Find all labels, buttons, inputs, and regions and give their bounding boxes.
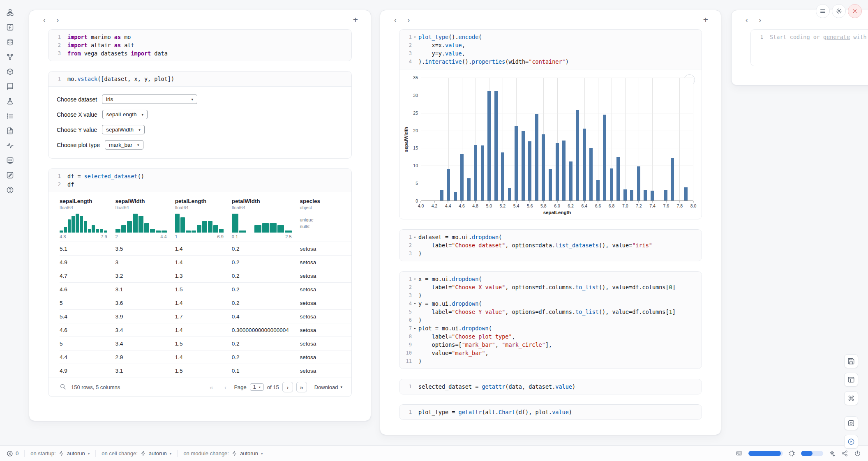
table-row[interactable]: 4.42.91.40.2setosa xyxy=(60,350,351,364)
column-header-petalWidth[interactable]: petalWidthfloat640.12.5 xyxy=(232,194,300,242)
code-editor[interactable]: 1df = selected_dataset()2df xyxy=(48,169,351,192)
column-header-sepalWidth[interactable]: sepalWidthfloat6424.4 xyxy=(115,194,175,242)
table-row[interactable]: 4.73.21.30.2setosa xyxy=(60,269,351,283)
last-page-button[interactable]: » xyxy=(296,382,307,392)
y-value-select[interactable]: sepalWidth▾ xyxy=(102,125,144,134)
line-number: 1 xyxy=(53,172,61,180)
token: "container" xyxy=(529,58,565,65)
code-editor[interactable]: 1x = mo.ui.dropdown(2 label="Choose X va… xyxy=(399,272,702,369)
code-editor[interactable]: 1import marimo as mo2import altair as al… xyxy=(48,30,351,61)
save-button[interactable] xyxy=(844,354,858,368)
code-editor[interactable]: 1dataset = mo.ui.dropdown(2 label="Choos… xyxy=(399,230,702,261)
on-startup-setting[interactable]: on startup: autorun ▾ xyxy=(30,450,90,456)
cell-plot-type[interactable]: 1plot_type = getattr(alt.Chart(df), plot… xyxy=(399,404,702,420)
column-header-species[interactable]: speciesobjectuniquenulls: xyxy=(300,194,351,242)
token: Chart xyxy=(499,409,515,415)
code-editor[interactable]: 1plot_type().encode(2 x=x.value,3 y=y.va… xyxy=(399,30,702,69)
fold-chevron-icon[interactable] xyxy=(412,301,418,307)
search-icon[interactable] xyxy=(60,383,67,391)
x-tick-label: 4.4 xyxy=(445,203,451,208)
menu-button[interactable] xyxy=(816,4,830,18)
prev-page-button[interactable]: ‹ xyxy=(220,382,231,392)
chart-plot-area[interactable] xyxy=(421,78,693,201)
first-page-button[interactable]: « xyxy=(206,382,217,392)
download-button[interactable]: Download ▾ xyxy=(314,384,342,390)
column-header-petalLength[interactable]: petalLengthfloat6416.9 xyxy=(175,194,232,242)
x-value-select[interactable]: sepalLength▾ xyxy=(102,110,148,119)
plot-type-select[interactable]: mark_bar▾ xyxy=(105,140,143,150)
code-line: 1import marimo as mo xyxy=(52,33,346,41)
token: y=y. xyxy=(418,50,445,57)
on-cell-change-setting[interactable]: on cell change: autorun ▾ xyxy=(102,450,171,456)
add-cell-button[interactable]: + xyxy=(350,14,361,25)
page-select[interactable]: 1 ▾ xyxy=(250,383,264,391)
close-panel-button[interactable] xyxy=(848,4,862,18)
code-editor[interactable]: 1plot_type = getattr(alt.Chart(df), plot… xyxy=(399,405,702,420)
table-row[interactable]: 53.41.50.2setosa xyxy=(60,337,351,350)
cpu-meter[interactable] xyxy=(801,451,823,456)
chevron-left-icon[interactable]: ‹ xyxy=(390,14,401,25)
table-cell: 5 xyxy=(60,337,115,350)
fold-chevron-icon[interactable] xyxy=(412,234,418,240)
table-row[interactable]: 53.61.40.2setosa xyxy=(60,296,351,310)
sidebar-item-scratchpad[interactable] xyxy=(3,169,16,181)
table-row[interactable]: 4.63.11.50.2setosa xyxy=(60,283,351,296)
table-row[interactable]: 5.43.91.70.4setosa xyxy=(60,310,351,323)
fold-chevron-icon[interactable] xyxy=(412,34,418,40)
table-row[interactable]: 4.931.40.2setosa xyxy=(60,256,351,269)
memory-meter[interactable] xyxy=(748,451,783,456)
cell-empty-editor[interactable]: 1 Start coding or generate with AI. xyxy=(750,29,868,66)
sidebar-item-ai-chat[interactable] xyxy=(3,154,16,166)
table-row[interactable]: 4.63.41.40.30000000000000004setosa xyxy=(60,323,351,337)
cell-chart[interactable]: 1plot_type().encode(2 x=x.value,3 y=y.va… xyxy=(399,29,702,219)
sidebar-item-documentation[interactable] xyxy=(3,81,16,92)
cell-widget-dropdowns[interactable]: 1x = mo.ui.dropdown(2 label="Choose X va… xyxy=(399,271,702,369)
chevron-left-icon[interactable]: ‹ xyxy=(39,14,50,25)
sidebar-item-files[interactable] xyxy=(3,7,16,18)
generate-with-ai-link[interactable]: generate xyxy=(823,34,850,40)
keyboard-shortcuts-button[interactable] xyxy=(844,391,858,405)
code-editor[interactable]: 1mo.vstack([dataset, x, y, plot]) xyxy=(48,71,351,87)
sidebar-item-variables[interactable] xyxy=(3,21,16,33)
sidebar-item-help[interactable] xyxy=(3,184,16,196)
cell-dataset-dropdown[interactable]: 1dataset = mo.ui.dropdown(2 label="Choos… xyxy=(399,229,702,261)
table-row[interactable]: 4.93.11.50.1setosa xyxy=(60,364,351,378)
error-indicator[interactable]: 0 xyxy=(7,450,18,457)
sidebar-item-tools[interactable] xyxy=(3,95,16,107)
sidebar-item-data-sources[interactable] xyxy=(3,36,16,48)
cell-imports[interactable]: 1import marimo as mo2import altair as al… xyxy=(48,29,352,61)
run-button[interactable] xyxy=(844,435,858,449)
share-icon[interactable] xyxy=(841,450,849,457)
sidebar-item-logs[interactable] xyxy=(3,125,16,136)
code-line: 3) xyxy=(403,291,696,300)
keyboard-icon[interactable] xyxy=(736,450,743,457)
frame-button[interactable] xyxy=(844,416,858,430)
cell-vstack[interactable]: 1mo.vstack([dataset, x, y, plot]) Choose… xyxy=(48,71,352,159)
cell-dataframe[interactable]: 1df = selected_dataset()2df sepalLengthf… xyxy=(48,168,352,397)
chevron-right-icon[interactable]: › xyxy=(403,14,414,25)
chevron-right-icon[interactable]: › xyxy=(52,14,63,25)
dataset-select[interactable]: iris▾ xyxy=(102,95,197,104)
on-module-change-setting[interactable]: on module change: autorun ▾ xyxy=(183,450,263,456)
sidebar-item-packages[interactable] xyxy=(3,66,16,77)
code-editor[interactable]: 1selected_dataset = getattr(data, datase… xyxy=(399,379,702,394)
fold-chevron-icon[interactable] xyxy=(412,325,418,331)
chevron-right-icon[interactable]: › xyxy=(755,14,765,25)
chevron-left-icon[interactable]: ‹ xyxy=(741,14,752,25)
table-row[interactable]: 5.13.51.40.2setosa xyxy=(60,242,351,256)
helper-panel-rail xyxy=(0,0,20,445)
fold-chevron-icon[interactable] xyxy=(412,276,418,282)
sidebar-item-dependencies[interactable] xyxy=(3,51,16,62)
column-histogram xyxy=(60,214,107,233)
cell-selected-dataset[interactable]: 1selected_dataset = getattr(data, datase… xyxy=(399,379,702,394)
add-cell-button[interactable]: + xyxy=(700,14,711,25)
next-page-button[interactable]: › xyxy=(282,382,293,392)
layout-button[interactable] xyxy=(844,373,858,387)
x-tick-label: 6.6 xyxy=(595,203,601,208)
settings-button[interactable] xyxy=(832,4,846,18)
power-icon[interactable] xyxy=(854,450,861,457)
sidebar-item-tracing[interactable] xyxy=(3,140,16,151)
sidebar-item-outline[interactable] xyxy=(3,110,16,122)
ai-sparkle-icon[interactable] xyxy=(829,450,836,457)
column-header-sepalLength[interactable]: sepalLengthfloat644.37.9 xyxy=(60,194,115,242)
